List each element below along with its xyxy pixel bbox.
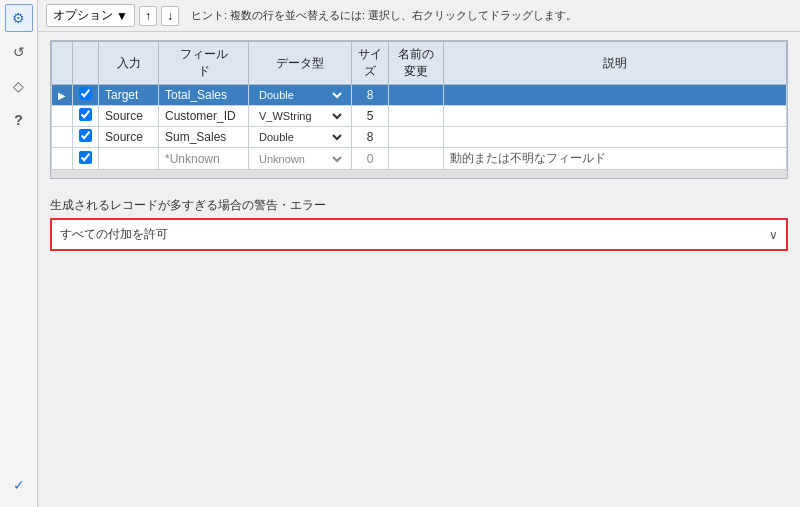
header-check (73, 42, 99, 85)
type-cell: Double V_WString Unknown (249, 85, 352, 106)
tag-icon[interactable]: ◇ (5, 72, 33, 100)
type-cell: Double V_WString Unknown (249, 127, 352, 148)
sidebar: ⚙ ↺ ◇ ? ✓ (0, 0, 38, 507)
input-cell: Source (99, 106, 159, 127)
row-checkbox[interactable] (79, 129, 92, 142)
description-cell: 動的または不明なフィールド (444, 148, 787, 170)
size-cell: 8 (352, 85, 389, 106)
header-description: 説明 (444, 42, 787, 85)
type-select[interactable]: V_WString Double Unknown (255, 109, 345, 123)
move-up-button[interactable]: ↑ (139, 6, 157, 26)
row-indicator (52, 148, 73, 170)
row-indicator (52, 127, 73, 148)
description-cell (444, 85, 787, 106)
row-indicator (52, 106, 73, 127)
row-checkbox-cell (73, 148, 99, 170)
row-indicator: ▶ (52, 85, 73, 106)
warning-dropdown-value: すべての付加を許可 (60, 226, 769, 243)
type-select[interactable]: Unknown Double V_WString (255, 152, 345, 166)
size-cell: 0 (352, 148, 389, 170)
gear-icon[interactable]: ⚙ (5, 4, 33, 32)
row-checkbox[interactable] (79, 151, 92, 164)
size-cell: 8 (352, 127, 389, 148)
fields-table: 入力 フィールド データ型 サイズ 名前の変更 説明 ▶ Target Tota… (51, 41, 787, 170)
row-checkbox[interactable] (79, 108, 92, 121)
header-input: 入力 (99, 42, 159, 85)
table-row: *Unknown Unknown Double V_WString 0 動的また… (52, 148, 787, 170)
size-cell: 5 (352, 106, 389, 127)
row-checkbox[interactable] (79, 87, 92, 100)
refresh-icon[interactable]: ↺ (5, 38, 33, 66)
type-cell: V_WString Double Unknown (249, 106, 352, 127)
chevron-down-icon: ∨ (769, 228, 778, 242)
fields-table-container: 入力 フィールド データ型 サイズ 名前の変更 説明 ▶ Target Tota… (50, 40, 788, 179)
main-panel: オプション ▼ ↑ ↓ ヒント: 複数の行を並べ替えるには: 選択し、右クリック… (38, 0, 800, 507)
field-cell: Sum_Sales (159, 127, 249, 148)
field-cell: Total_Sales (159, 85, 249, 106)
table-row: Source Sum_Sales Double V_WString Unknow… (52, 127, 787, 148)
type-select[interactable]: Double V_WString Unknown (255, 130, 345, 144)
rename-cell (389, 106, 444, 127)
header-field: フィールド (159, 42, 249, 85)
options-button[interactable]: オプション ▼ (46, 4, 135, 27)
field-cell: Customer_ID (159, 106, 249, 127)
input-cell (99, 148, 159, 170)
row-checkbox-cell (73, 106, 99, 127)
header-rename: 名前の変更 (389, 42, 444, 85)
header-indicator (52, 42, 73, 85)
toolbar: オプション ▼ ↑ ↓ ヒント: 複数の行を並べ替えるには: 選択し、右クリック… (38, 0, 800, 32)
options-label: オプション (53, 7, 113, 24)
table-row: Source Customer_ID V_WString Double Unkn… (52, 106, 787, 127)
rename-cell (389, 127, 444, 148)
hint-text: ヒント: 複数の行を並べ替えるには: 選択し、右クリックしてドラッグします。 (191, 8, 577, 23)
options-arrow: ▼ (116, 9, 128, 23)
row-checkbox-cell (73, 85, 99, 106)
scrollbar[interactable] (51, 170, 787, 178)
description-cell (444, 127, 787, 148)
type-cell: Unknown Double V_WString (249, 148, 352, 170)
help-icon[interactable]: ? (5, 106, 33, 134)
move-down-button[interactable]: ↓ (161, 6, 179, 26)
row-checkbox-cell (73, 127, 99, 148)
header-datatype: データ型 (249, 42, 352, 85)
rename-cell (389, 85, 444, 106)
check-circle-icon[interactable]: ✓ (5, 471, 33, 499)
field-cell: *Unknown (159, 148, 249, 170)
rename-cell (389, 148, 444, 170)
warning-dropdown[interactable]: すべての付加を許可 ∨ (50, 218, 788, 251)
type-select[interactable]: Double V_WString Unknown (255, 88, 345, 102)
table-row: ▶ Target Total_Sales Double V_WString Un… (52, 85, 787, 106)
header-size: サイズ (352, 42, 389, 85)
warning-section: 生成されるレコードが多すぎる場合の警告・エラー すべての付加を許可 ∨ (50, 197, 788, 251)
input-cell: Source (99, 127, 159, 148)
warning-label: 生成されるレコードが多すぎる場合の警告・エラー (50, 197, 788, 214)
input-cell: Target (99, 85, 159, 106)
description-cell (444, 106, 787, 127)
